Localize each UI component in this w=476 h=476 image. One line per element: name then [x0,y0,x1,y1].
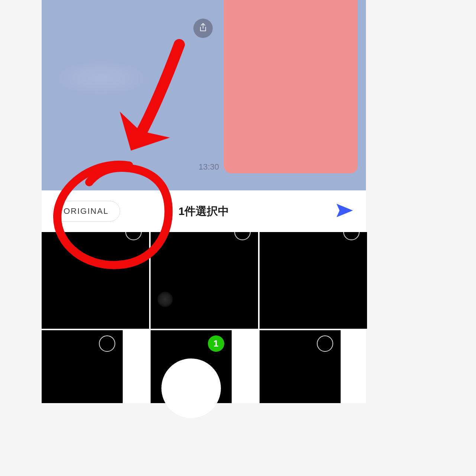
sent-image-message[interactable] [224,0,358,173]
selection-badge[interactable]: 1 [208,335,224,352]
selection-circle[interactable] [317,335,333,352]
photo-thumb[interactable] [42,232,149,329]
share-button[interactable] [193,19,213,38]
selection-circle[interactable] [234,224,251,240]
selection-circle[interactable] [99,335,115,352]
photo-thumb[interactable]: 1 [151,330,232,403]
photo-thumb[interactable] [260,232,367,329]
cloud-decoration [53,60,149,97]
photo-picker-bar: ORIGINAL 1件選択中 [42,190,366,232]
photo-thumb[interactable] [42,330,123,403]
app-viewport: 13:30 ORIGINAL 1件選択中 [42,0,366,402]
thumb-detail [157,292,173,307]
photo-grid: 1 [42,232,366,403]
original-toggle[interactable]: ORIGINAL [52,201,120,222]
send-icon [335,201,354,222]
thumb-detail [161,358,221,418]
selection-circle[interactable] [343,224,360,240]
selection-count-label: 1件選択中 [178,204,229,219]
photo-thumb[interactable] [151,232,258,329]
share-icon [199,23,208,34]
message-timestamp: 13:30 [199,162,219,172]
selection-circle[interactable] [125,224,142,240]
photo-thumb[interactable] [260,330,341,403]
send-button[interactable] [334,200,356,222]
chat-background: 13:30 [42,0,366,190]
